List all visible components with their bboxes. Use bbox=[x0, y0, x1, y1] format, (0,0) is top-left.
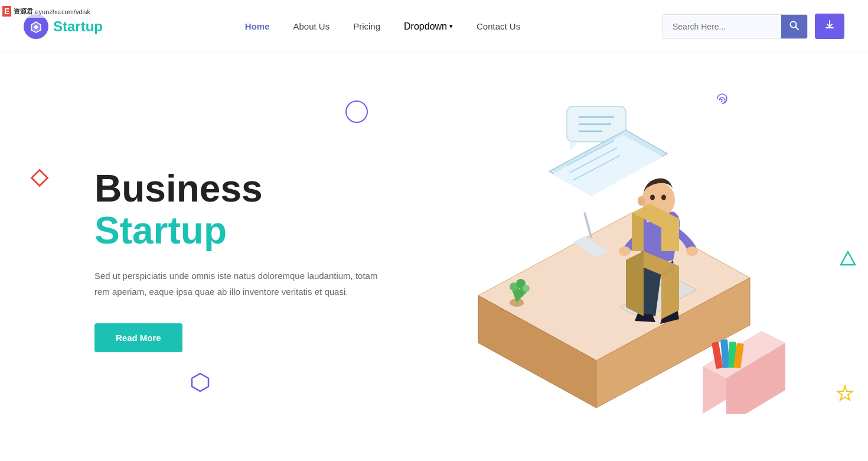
nav-right bbox=[663, 14, 844, 39]
svg-point-17 bbox=[523, 285, 530, 292]
nav-item-contact[interactable]: Contact Us bbox=[477, 21, 520, 32]
hero-description: Sed ut perspiciatis unde omnis iste natu… bbox=[94, 268, 378, 300]
navbar: Startup Home About Us Pricing Dropdown ▾… bbox=[0, 0, 868, 53]
hero-left: Business Startup Sed ut perspiciatis und… bbox=[94, 168, 378, 352]
svg-point-20 bbox=[661, 195, 666, 200]
nav-link-home[interactable]: Home bbox=[245, 21, 270, 31]
circle-shape bbox=[345, 100, 368, 123]
search-wrapper bbox=[663, 14, 808, 39]
svg-point-23 bbox=[619, 246, 631, 256]
svg-point-1 bbox=[34, 25, 38, 29]
hero-section: Business Startup Sed ut perspiciatis und… bbox=[0, 53, 868, 455]
triangle-shape bbox=[838, 248, 857, 270]
upload-button[interactable] bbox=[815, 14, 844, 39]
chevron-down-icon: ▾ bbox=[449, 22, 453, 30]
logo-text: Startup bbox=[53, 18, 103, 35]
desk-illustration-svg bbox=[443, 95, 785, 414]
hero-title-line1: Business bbox=[94, 167, 263, 210]
nav-link-contact[interactable]: Contact Us bbox=[477, 21, 520, 31]
hero-illustration bbox=[443, 95, 785, 426]
svg-point-21 bbox=[638, 196, 645, 206]
diamond-shape bbox=[30, 168, 48, 187]
read-more-button[interactable]: Read More bbox=[94, 323, 182, 352]
hero-title-line2: Startup bbox=[94, 210, 378, 251]
hero-title: Business Startup bbox=[94, 168, 378, 251]
nav-item-pricing[interactable]: Pricing bbox=[353, 21, 380, 32]
hexagon-shape bbox=[189, 371, 211, 396]
star-shape bbox=[835, 384, 855, 408]
watermark: E 资源君 eyunzhu.com/vdisk bbox=[0, 5, 93, 18]
nav-link-pricing[interactable]: Pricing bbox=[353, 21, 380, 31]
download-icon bbox=[824, 21, 835, 33]
svg-line-3 bbox=[795, 27, 798, 30]
search-input[interactable] bbox=[663, 16, 781, 37]
nav-links: Home About Us Pricing Dropdown ▾ Contact… bbox=[245, 21, 520, 32]
nav-item-about[interactable]: About Us bbox=[293, 21, 329, 32]
watermark-text: 资源君 bbox=[14, 7, 33, 16]
svg-rect-8 bbox=[583, 212, 593, 239]
watermark-url: eyunzhu.com/vdisk bbox=[35, 8, 90, 15]
search-button[interactable] bbox=[781, 15, 807, 38]
svg-point-19 bbox=[650, 195, 655, 200]
nav-item-home[interactable]: Home bbox=[245, 21, 270, 32]
search-icon bbox=[789, 22, 799, 32]
nav-link-dropdown[interactable]: Dropdown ▾ bbox=[404, 21, 453, 32]
nav-item-dropdown[interactable]: Dropdown ▾ bbox=[404, 21, 453, 32]
nav-link-about[interactable]: About Us bbox=[293, 21, 329, 31]
svg-point-22 bbox=[686, 246, 698, 256]
watermark-e: E bbox=[2, 6, 11, 17]
